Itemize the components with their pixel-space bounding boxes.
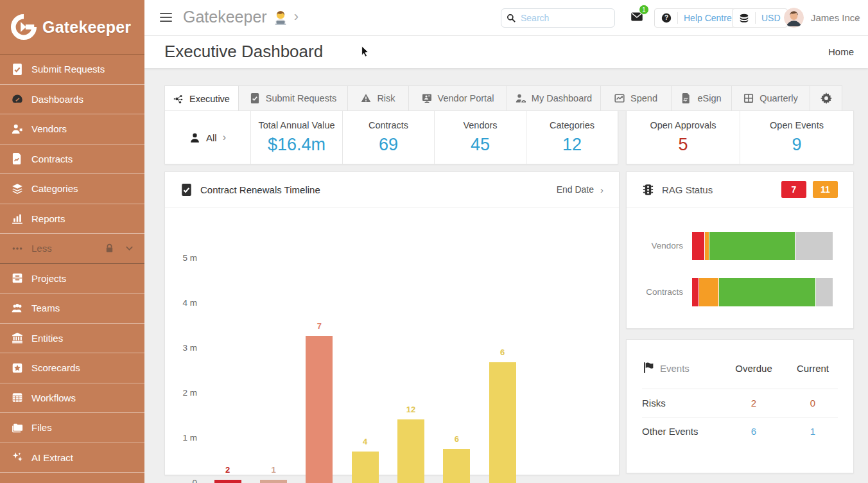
stats-card-right: Open Approvals5Open Events9 bbox=[626, 110, 854, 164]
star-square-icon bbox=[12, 362, 23, 374]
sidebar-item-label: Dashboards bbox=[31, 94, 83, 105]
stats-card-left: All›Total Annual Value$16.4mContracts69V… bbox=[164, 110, 618, 164]
sidebar-item-label: Less bbox=[31, 243, 52, 254]
currency-label: USD bbox=[761, 13, 781, 23]
tab-submit-requests[interactable]: Submit Requests bbox=[239, 85, 348, 111]
layers-icon bbox=[12, 183, 23, 195]
sidebar-item-entities[interactable]: Entities bbox=[0, 324, 144, 354]
y-tick-label: 4 m bbox=[174, 298, 197, 308]
rag-segment bbox=[692, 278, 699, 306]
sidebar-item-contracts[interactable]: Contracts bbox=[0, 145, 144, 175]
events-header: Events Overdue Current bbox=[627, 359, 853, 378]
gatekeeper-logo[interactable]: Gatekeeper bbox=[0, 0, 144, 54]
bar-value-label: 7 bbox=[297, 321, 342, 331]
breadcrumb-chevron-icon[interactable]: › bbox=[294, 8, 299, 25]
home-link[interactable]: Home bbox=[828, 46, 854, 57]
events-overdue-value[interactable]: 6 bbox=[725, 426, 783, 437]
tab-settings[interactable] bbox=[810, 85, 842, 111]
sidebar-item-label: Reports bbox=[31, 213, 65, 224]
events-row-other-events: Other Events61 bbox=[642, 417, 838, 445]
bar-jul[interactable] bbox=[443, 449, 470, 483]
lock-icon bbox=[105, 243, 114, 253]
bar-columns: 2Overdue1Mar7Apr4May12Jun6Jul6AugSepOct bbox=[205, 207, 617, 483]
search-input[interactable] bbox=[521, 13, 604, 23]
doc-check-icon bbox=[250, 93, 260, 103]
sidebar-item-label: Categories bbox=[31, 183, 78, 194]
contract-renewals-card: Contract Renewals Timeline End Date › 5 … bbox=[164, 171, 620, 475]
sidebar-item-label: AI Extract bbox=[31, 452, 73, 463]
stat-total-annual-value[interactable]: Total Annual Value$16.4m bbox=[251, 111, 343, 164]
bar-apr[interactable] bbox=[306, 336, 333, 483]
stat-vendors[interactable]: Vendors45 bbox=[435, 111, 526, 164]
tab-vendor-portal[interactable]: Vendor Portal bbox=[409, 85, 507, 111]
sidebar-item-label: Teams bbox=[31, 303, 60, 313]
events-overdue-value[interactable]: 2 bbox=[725, 398, 783, 408]
stat-open-events[interactable]: Open Events9 bbox=[740, 111, 853, 164]
bar-overdue[interactable] bbox=[214, 480, 241, 483]
sidebar-item-label: Projects bbox=[31, 273, 66, 284]
title-bar: Executive Dashboard Home bbox=[144, 36, 868, 68]
end-date-control[interactable]: End Date › bbox=[557, 184, 603, 195]
flag-icon bbox=[642, 362, 654, 374]
user-x-icon bbox=[12, 123, 23, 135]
sidebar-item-scorecards[interactable]: Scorecards bbox=[0, 353, 144, 383]
rag-row-vendors: Vendors bbox=[627, 232, 853, 260]
sidebar-item-submit-requests[interactable]: Submit Requests bbox=[0, 55, 144, 85]
chart-column-jun: 12Jun bbox=[388, 207, 433, 483]
folders-icon bbox=[12, 422, 23, 434]
sidebar-item-vendors[interactable]: Vendors bbox=[0, 114, 144, 145]
sidebar-item-files[interactable]: Files bbox=[0, 413, 144, 443]
sidebar-item-workflows[interactable]: Workflows bbox=[0, 383, 144, 414]
chart-column-jul: 6Jul bbox=[434, 207, 480, 483]
sidebar-item-less[interactable]: Less bbox=[0, 234, 144, 264]
tab-quarterly[interactable]: Quarterly bbox=[732, 85, 810, 111]
stat-categories[interactable]: Categories12 bbox=[526, 111, 618, 164]
chart-column-sep: Sep bbox=[525, 207, 571, 483]
bar-may[interactable] bbox=[352, 452, 379, 483]
sidebar-item-teams[interactable]: Teams bbox=[0, 294, 144, 324]
rag-segment bbox=[699, 278, 718, 306]
user-name[interactable]: James Ince bbox=[811, 12, 860, 23]
bar-value-label: 2 bbox=[205, 465, 250, 475]
stat-open-approvals[interactable]: Open Approvals5 bbox=[627, 111, 740, 164]
rag-row-contracts: Contracts bbox=[627, 278, 853, 306]
warning-icon bbox=[361, 93, 371, 103]
rag-badge[interactable]: 11 bbox=[813, 181, 838, 198]
user-menu-chevron-icon[interactable]: › bbox=[856, 11, 860, 24]
tab-esign[interactable]: eSign bbox=[672, 85, 732, 111]
stat-contracts[interactable]: Contracts69 bbox=[343, 111, 435, 164]
chart-column-apr: 7Apr bbox=[297, 207, 342, 483]
currency-button[interactable]: USD bbox=[732, 8, 788, 28]
events-current-value[interactable]: 1 bbox=[784, 426, 842, 437]
stat-value: 69 bbox=[379, 135, 398, 155]
sidebar-item-dashboards[interactable]: Dashboards bbox=[0, 85, 144, 115]
bar-aug[interactable] bbox=[489, 362, 516, 483]
sidebar-item-reports[interactable]: Reports bbox=[0, 204, 144, 234]
sidebar-item-ai-extract[interactable]: AI Extract bbox=[0, 443, 144, 473]
chart-title: Contract Renewals Timeline bbox=[200, 184, 320, 195]
tab-risk[interactable]: Risk bbox=[348, 85, 409, 111]
tab-executive[interactable]: Executive bbox=[164, 85, 239, 112]
events-current-value[interactable]: 0 bbox=[784, 398, 842, 408]
tab-my-dashboard[interactable]: My Dashboard bbox=[507, 85, 601, 111]
stat-value: 9 bbox=[792, 135, 801, 155]
scope-filter-all[interactable]: All› bbox=[165, 111, 251, 164]
avatar[interactable] bbox=[784, 8, 804, 28]
tab-spend[interactable]: Spend bbox=[601, 85, 672, 111]
help-centre-button[interactable]: ? Help Centre bbox=[654, 8, 739, 28]
sidebar-item-categories[interactable]: Categories bbox=[0, 174, 144, 204]
sidebar-item-label: Entities bbox=[31, 333, 63, 344]
hamburger-menu-icon[interactable] bbox=[160, 13, 172, 24]
rag-badges: 711 bbox=[781, 181, 838, 198]
rag-badge[interactable]: 7 bbox=[781, 181, 806, 198]
rag-bar-contracts bbox=[692, 278, 833, 306]
end-date-chevron-icon: › bbox=[600, 184, 603, 195]
stat-value: 45 bbox=[471, 135, 490, 155]
y-tick-label: 5 m bbox=[174, 253, 197, 263]
events-column-current: Current bbox=[784, 363, 842, 374]
topbar: Gatekeeper › 1 ? Help Centre USD James I… bbox=[144, 0, 868, 36]
sidebar-item-projects[interactable]: Projects bbox=[0, 264, 144, 294]
bar-jun[interactable] bbox=[397, 419, 424, 483]
bar-mar[interactable] bbox=[260, 480, 287, 483]
events-card: Events Overdue Current Risks20Other Even… bbox=[626, 339, 854, 473]
